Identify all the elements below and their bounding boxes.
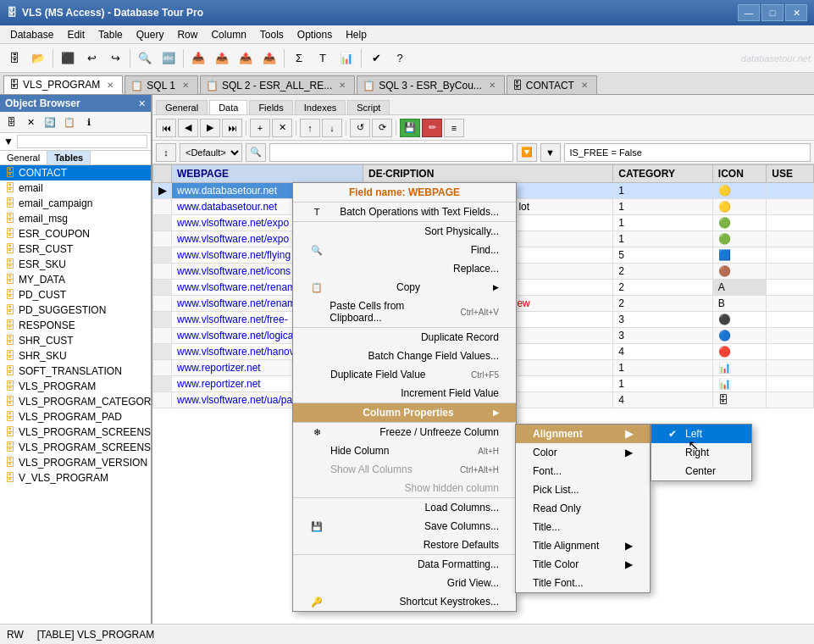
col-description[interactable]: DE·CRIPTION: [363, 165, 612, 183]
menu-shortcut[interactable]: 🔑 Shortcut Keystrokes...: [293, 592, 516, 611]
nav-edit-btn[interactable]: ✏: [422, 119, 442, 137]
toolbar-sum-btn[interactable]: Σ: [288, 47, 310, 69]
nav-down-btn[interactable]: ↓: [322, 119, 342, 137]
cell-category[interactable]: 3: [613, 328, 713, 344]
ob-item-esr-cust[interactable]: 🗄 ESR_CUST: [0, 242, 151, 257]
cell-icon[interactable]: 🟤: [712, 264, 766, 280]
tab-close-sql1[interactable]: ✕: [182, 80, 189, 90]
toolbar-redo-btn[interactable]: ↪: [104, 47, 126, 69]
ob-item-email[interactable]: 🗄 email: [0, 180, 151, 196]
filter-toggle-btn[interactable]: ▼: [540, 143, 561, 162]
toolbar-find-btn[interactable]: 🔍: [134, 47, 156, 69]
submenu-title[interactable]: Title...: [516, 518, 650, 536]
submenu-titlecolor[interactable]: Title Color ▶: [516, 555, 650, 574]
tab-script[interactable]: Script: [347, 100, 390, 114]
menu-showhidden[interactable]: Show hidden column: [293, 479, 516, 497]
cell-use[interactable]: [767, 183, 814, 199]
ob-item-email-msg[interactable]: 🗄 email_msg: [0, 211, 151, 226]
ob-tab-general[interactable]: General: [0, 151, 47, 164]
tab-contact[interactable]: 🗄 CONTACT ✕: [507, 75, 597, 94]
toolbar-export2-btn[interactable]: 📤: [235, 47, 257, 69]
ob-item-vls-program[interactable]: 🗄 VLS_PROGRAM: [0, 379, 151, 394]
col-use[interactable]: USE: [767, 165, 814, 183]
submenu-font[interactable]: Font...: [516, 462, 650, 480]
menu-sort-physically[interactable]: Sort Physically...: [293, 221, 516, 241]
ob-item-my-data[interactable]: 🗄 MY_DATA: [0, 272, 151, 287]
menu-freeze[interactable]: ❄ Freeze / Unfreeze Column: [293, 422, 516, 441]
align-right[interactable]: Right: [651, 443, 751, 462]
cell-category[interactable]: 4: [613, 344, 713, 360]
nav-add-btn[interactable]: +: [250, 119, 270, 137]
submenu-readonly[interactable]: Read Only: [516, 499, 650, 518]
cell-icon[interactable]: 📊: [712, 360, 766, 376]
cell-icon[interactable]: 🟡: [712, 183, 766, 199]
cell-icon[interactable]: 🔵: [712, 328, 766, 344]
ob-item-vls-program-category[interactable]: 🗄 VLS_PROGRAM_CATEGORY: [0, 394, 151, 409]
toolbar-export3-btn[interactable]: 📤: [258, 47, 280, 69]
toolbar-help-btn[interactable]: ?: [389, 47, 411, 69]
toolbar-undo-btn[interactable]: ↩: [80, 47, 102, 69]
ob-close-btn[interactable]: ✕: [138, 98, 146, 109]
cell-category[interactable]: 1: [613, 199, 713, 215]
nav-prev-btn[interactable]: ◀: [178, 119, 198, 137]
ob-item-vls-program-screenshot2[interactable]: 🗄 VLS_PROGRAM_SCREENSHOT: [0, 440, 151, 455]
nav-up-btn[interactable]: ↑: [300, 119, 320, 137]
cell-use[interactable]: [767, 360, 814, 376]
ob-item-esr-coupon[interactable]: 🗄 ESR_COUPON: [0, 226, 151, 242]
menu-duplicate-record[interactable]: Duplicate Record: [293, 327, 516, 347]
close-button[interactable]: ✕: [785, 4, 807, 21]
cell-icon[interactable]: 🟡: [712, 199, 766, 215]
menu-showall[interactable]: Show All Columns Ctrl+Alt+H: [293, 460, 516, 479]
ob-item-esr-sku[interactable]: 🗄 ESR_SKU: [0, 257, 151, 272]
align-left[interactable]: ✔ Left: [651, 425, 751, 443]
col-webpage[interactable]: WEBPAGE: [172, 165, 363, 183]
cell-category[interactable]: 2: [613, 296, 713, 312]
cell-category[interactable]: 1: [613, 183, 713, 199]
ob-copy-btn[interactable]: 📋: [60, 114, 79, 130]
align-center[interactable]: Center: [651, 462, 751, 480]
ob-delete-btn[interactable]: ✕: [21, 114, 40, 130]
menu-copy[interactable]: 📋 Copy: [293, 278, 516, 297]
ob-item-contact[interactable]: 🗄 CONTACT: [0, 165, 151, 180]
ob-refresh-btn[interactable]: 🔄: [41, 114, 59, 130]
ob-filter-input[interactable]: [17, 135, 147, 148]
col-icon[interactable]: ICON: [712, 165, 766, 183]
nav-next-btn[interactable]: ▶: [200, 119, 220, 137]
ob-new-btn[interactable]: 🗄: [2, 114, 20, 130]
filter-icon-btn[interactable]: 🔽: [517, 143, 537, 162]
ob-item-response[interactable]: 🗄 RESPONSE: [0, 318, 151, 333]
ob-item-pd-suggestion[interactable]: 🗄 PD_SUGGESTION: [0, 303, 151, 318]
toolbar-back-btn[interactable]: ⬛: [57, 47, 79, 69]
menu-help[interactable]: Help: [339, 27, 374, 42]
submenu-alignment[interactable]: Alignment ▶: [516, 425, 650, 443]
menu-loadcols[interactable]: Load Columns...: [293, 497, 516, 517]
tab-indexes[interactable]: Indexes: [295, 100, 346, 114]
toolbar-import-btn[interactable]: 📥: [187, 47, 209, 69]
cell-category[interactable]: 2: [613, 264, 713, 280]
menu-table[interactable]: Table: [91, 27, 130, 42]
tab-close-contact[interactable]: ✕: [581, 80, 588, 90]
cell-icon[interactable]: 🗄: [712, 392, 766, 408]
cell-category[interactable]: 5: [613, 247, 713, 264]
cell-use[interactable]: [767, 215, 814, 231]
submenu-picklist[interactable]: Pick List...: [516, 480, 650, 499]
menu-find[interactable]: 🔍 Find...: [293, 241, 516, 259]
toolbar-open-btn[interactable]: 📂: [27, 47, 49, 69]
nav-delete-btn[interactable]: ✕: [272, 119, 292, 137]
cell-icon[interactable]: A: [712, 280, 766, 296]
toolbar-chart-btn[interactable]: 📊: [335, 47, 357, 69]
toolbar-export-btn[interactable]: 📤: [211, 47, 233, 69]
ob-item-email-campaign[interactable]: 🗄 email_campaign: [0, 196, 151, 211]
submenu-color[interactable]: Color ▶: [516, 443, 650, 462]
menu-column[interactable]: Column: [204, 27, 252, 42]
tab-sql2[interactable]: 📋 SQL 2 - ESR_ALL_RE... ✕: [200, 75, 355, 94]
menu-dataformat[interactable]: Data Formatting...: [293, 554, 516, 574]
ob-item-v-vls-program[interactable]: 🗄 V_VLS_PROGRAM: [0, 470, 151, 486]
col-category[interactable]: CATEGORY: [613, 165, 713, 183]
nav-first-btn[interactable]: ⏮: [156, 119, 176, 137]
menu-row[interactable]: Row: [170, 27, 204, 42]
toolbar-abc-btn[interactable]: 🔤: [158, 47, 180, 69]
ob-item-pd-cust[interactable]: 🗄 PD_CUST: [0, 287, 151, 303]
tab-sql3[interactable]: 📋 SQL 3 - ESR_ByCou... ✕: [357, 75, 505, 94]
menu-paste[interactable]: Paste Cells from Clipboard... Ctrl+Alt+V: [293, 297, 516, 327]
